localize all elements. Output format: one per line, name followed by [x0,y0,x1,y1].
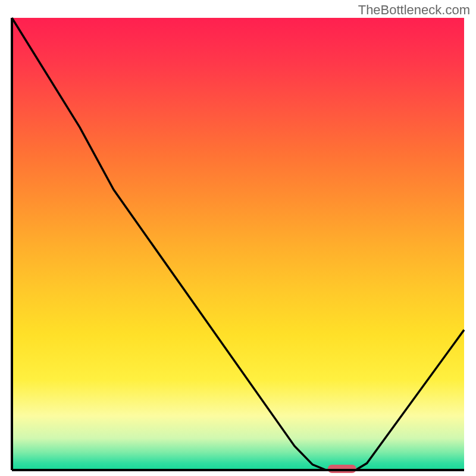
chart-canvas [0,0,476,476]
watermark-text: TheBottleneck.com [358,2,470,18]
bottleneck-chart: TheBottleneck.com [0,0,476,476]
gradient-background [12,18,464,470]
